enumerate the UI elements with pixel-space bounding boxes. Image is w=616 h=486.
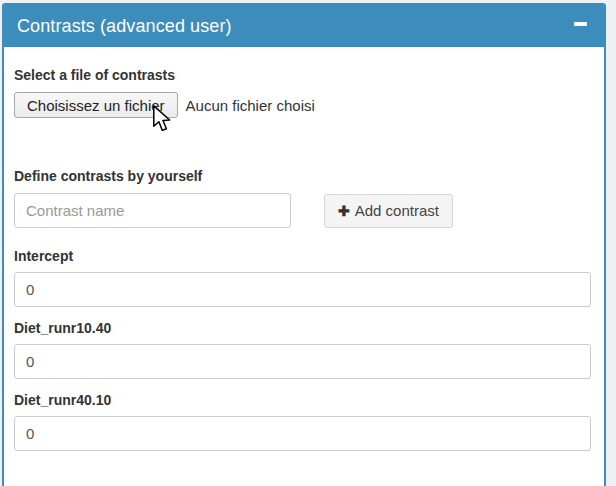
diet-runr10-40-field-group: Diet_runr10.40	[14, 320, 591, 379]
file-input-row: Choisissez un fichier Aucun fichier choi…	[14, 92, 591, 118]
panel-title: Contrasts (advanced user)	[17, 16, 232, 37]
panel-header: Contrasts (advanced user)	[4, 5, 604, 47]
define-contrasts-group: Define contrasts by yourself ✚ Add contr…	[14, 168, 591, 228]
file-chosen-status: Aucun fichier choisi	[186, 97, 315, 114]
define-contrasts-row: ✚ Add contrast	[14, 193, 591, 228]
add-contrast-button[interactable]: ✚ Add contrast	[324, 194, 453, 228]
panel-body: Select a file of contrasts Choisissez un…	[4, 47, 604, 484]
diet-runr40-10-field-group: Diet_runr40.10	[14, 392, 591, 451]
file-input-group: Select a file of contrasts Choisissez un…	[14, 67, 591, 118]
contrasts-panel: Contrasts (advanced user) Select a file …	[2, 3, 606, 486]
plus-icon: ✚	[338, 203, 350, 219]
diet-runr40-10-label: Diet_runr40.10	[14, 392, 591, 408]
file-input-label: Select a file of contrasts	[14, 67, 591, 83]
intercept-field-group: Intercept	[14, 248, 591, 307]
diet-runr10-40-input[interactable]	[14, 344, 591, 379]
contrast-name-input[interactable]	[14, 193, 291, 228]
define-contrasts-label: Define contrasts by yourself	[14, 168, 591, 184]
intercept-input[interactable]	[14, 272, 591, 307]
diet-runr40-10-input[interactable]	[14, 416, 591, 451]
minus-icon	[574, 22, 587, 26]
diet-runr10-40-label: Diet_runr10.40	[14, 320, 591, 336]
intercept-label: Intercept	[14, 248, 591, 264]
collapse-button[interactable]	[569, 13, 591, 35]
browse-file-button[interactable]: Choisissez un fichier	[14, 92, 178, 118]
add-contrast-label: Add contrast	[355, 202, 439, 219]
